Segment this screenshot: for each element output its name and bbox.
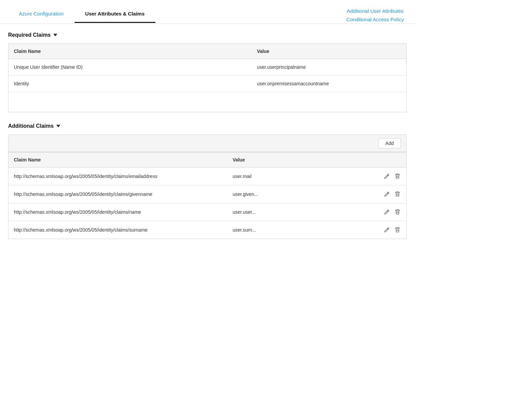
additional-claim-actions (366, 168, 406, 185)
required-claims-row: Identity user.onpremisessamaccountname (8, 76, 407, 92)
add-claim-button[interactable]: Add (378, 138, 401, 148)
additional-claim-name: http://schemas.xmlsoap.org/ws/2005/05/id… (8, 168, 228, 185)
additional-col-name-header: Claim Name (8, 152, 228, 168)
required-claim-name: Unique User Identifier (Name ID) (8, 59, 252, 76)
additional-claims-table: Add Claim Name Value http://schemas.xmls… (8, 135, 407, 239)
nav-right-tabs: Additional User Attributes Conditional A… (344, 7, 407, 24)
additional-claim-value: user.user... (227, 203, 366, 221)
action-icons-group (372, 209, 401, 215)
tab-azure-configuration[interactable]: Azure Configuration (8, 7, 75, 22)
additional-claim-value: user.surn... (227, 221, 366, 239)
delete-claim-button[interactable] (394, 227, 401, 233)
additional-claims-title: Additional Claims (8, 123, 54, 129)
additional-claims-row: http://schemas.xmlsoap.org/ws/2005/05/id… (8, 221, 407, 239)
additional-claims-chevron[interactable] (56, 125, 60, 127)
additional-claim-actions (366, 185, 406, 203)
additional-claims-row: http://schemas.xmlsoap.org/ws/2005/05/id… (8, 203, 407, 221)
nav-header: Azure Configuration User Attributes & Cl… (0, 0, 415, 24)
additional-claim-value: user.given... (227, 185, 366, 203)
required-claim-name: Identity (8, 76, 252, 92)
tab-additional-user-attributes[interactable]: Additional User Attributes (344, 7, 406, 15)
required-col-value-header: Value (252, 44, 406, 59)
main-content: Required Claims Claim Name Value Unique … (0, 24, 415, 258)
required-claims-header: Required Claims (8, 32, 407, 38)
additional-claims-row: http://schemas.xmlsoap.org/ws/2005/05/id… (8, 185, 407, 203)
action-icons-group (372, 173, 401, 180)
required-claim-value: user.onpremisessamaccountname (252, 76, 406, 92)
tab-user-attributes[interactable]: User Attributes & Claims (75, 7, 155, 23)
additional-col-actions-header (366, 152, 406, 168)
additional-toolbar-row: Add (8, 135, 407, 152)
additional-claim-value: user.mail (227, 168, 366, 185)
tab-conditional-access[interactable]: Conditional Access Policy (344, 15, 407, 24)
edit-claim-button[interactable] (383, 227, 390, 233)
additional-claims-col-header-row: Claim Name Value (8, 152, 407, 168)
required-claims-title: Required Claims (8, 32, 51, 38)
required-claims-table: Claim Name Value Unique User Identifier … (8, 43, 407, 112)
delete-claim-button[interactable] (394, 191, 401, 198)
edit-claim-button[interactable] (383, 173, 390, 180)
additional-claim-actions (366, 203, 406, 221)
edit-claim-button[interactable] (383, 209, 390, 215)
action-icons-group (372, 191, 401, 198)
required-claims-spacer (8, 92, 407, 112)
action-icons-group (372, 227, 401, 233)
required-claims-header-row: Claim Name Value (8, 44, 407, 59)
edit-claim-button[interactable] (383, 191, 390, 198)
required-col-name-header: Claim Name (8, 44, 252, 59)
additional-col-value-header: Value (227, 152, 366, 168)
required-claims-row: Unique User Identifier (Name ID) user.us… (8, 59, 407, 76)
additional-claim-name: http://schemas.xmlsoap.org/ws/2005/05/id… (8, 185, 228, 203)
delete-claim-button[interactable] (394, 173, 401, 180)
additional-claim-name: http://schemas.xmlsoap.org/ws/2005/05/id… (8, 221, 228, 239)
delete-claim-button[interactable] (394, 209, 401, 215)
additional-claims-header: Additional Claims (8, 123, 407, 129)
additional-claims-row: http://schemas.xmlsoap.org/ws/2005/05/id… (8, 168, 407, 185)
additional-claim-actions (366, 221, 406, 239)
additional-claim-name: http://schemas.xmlsoap.org/ws/2005/05/id… (8, 203, 228, 221)
required-claims-chevron[interactable] (53, 34, 57, 36)
required-claim-value: user.userprincipalname (252, 59, 406, 76)
additional-claims-toolbar: Add (8, 135, 406, 152)
